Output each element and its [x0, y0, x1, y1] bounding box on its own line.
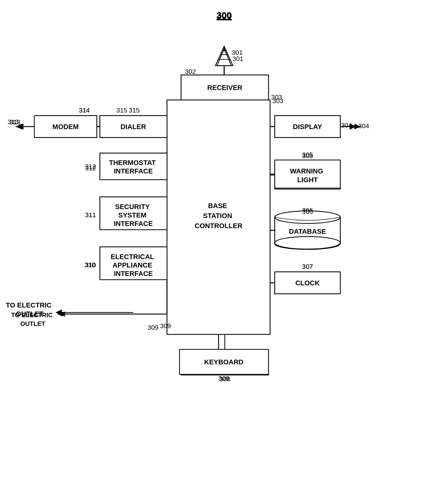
svg-text:314: 314	[79, 107, 90, 114]
svg-text:305: 305	[302, 151, 313, 158]
svg-text:306: 306	[302, 208, 313, 215]
svg-text:MODEM: MODEM	[52, 123, 79, 131]
svg-text:301: 301	[232, 55, 243, 62]
svg-text:DIALER: DIALER	[121, 123, 146, 131]
svg-text:SECURITY
    SYSTEM
    INTERF: SECURITY SYSTEM INTERFACE	[114, 203, 153, 228]
svg-text:310: 310	[85, 261, 96, 268]
svg-text:308: 308	[218, 375, 229, 382]
svg-text:303: 303	[271, 93, 282, 101]
electric-ref: 309	[147, 324, 158, 331]
svg-text:DATABASE: DATABASE	[289, 228, 326, 235]
svg-text:307: 307	[302, 263, 313, 270]
svg-text:KEYBOARD: KEYBOARD	[204, 358, 244, 366]
diagram-container: 300 301 302 RECEIVER 303 BASE STATION CO…	[0, 0, 448, 490]
svg-text:RECEIVER: RECEIVER	[207, 84, 243, 92]
svg-text:304: 304	[358, 122, 369, 129]
svg-text:312: 312	[85, 164, 96, 172]
svg-text:302: 302	[185, 68, 196, 75]
svg-text:313: 313	[7, 118, 18, 125]
svg-text:309: 309	[160, 322, 171, 329]
svg-text:CLOCK: CLOCK	[295, 279, 320, 287]
page-title: 300	[216, 10, 232, 21]
svg-text:311: 311	[85, 211, 96, 218]
svg-point-55	[275, 237, 340, 249]
svg-text:DISPLAY: DISPLAY	[293, 123, 322, 131]
dialer-ref: 315	[129, 107, 140, 114]
svg-text:315: 315	[116, 107, 127, 114]
svg-text:ELECTRICAL
    APPLIANCE
    I: ELECTRICAL APPLIANCE INTERFACE	[111, 253, 156, 278]
